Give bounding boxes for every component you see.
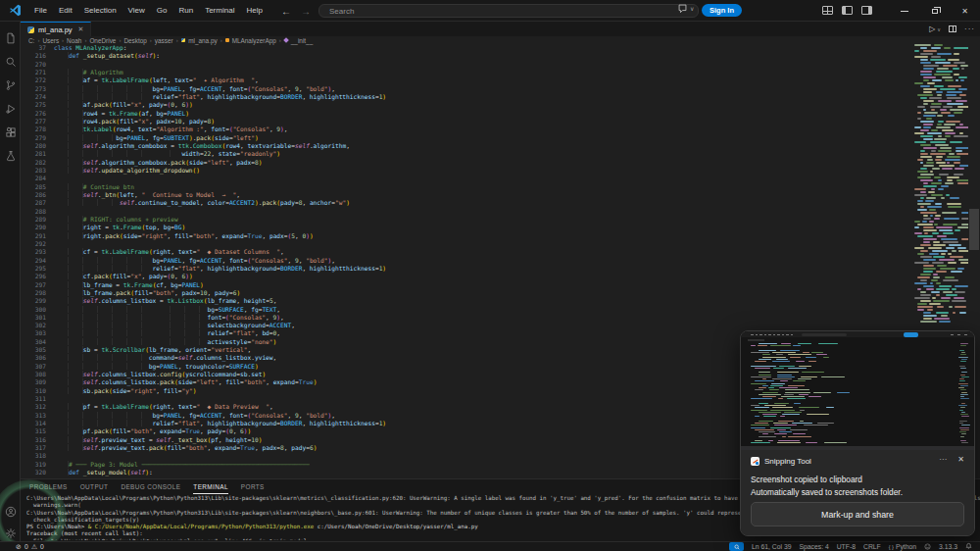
copilot-menu[interactable]: ∨ xyxy=(677,3,694,14)
minimap-line xyxy=(957,268,964,270)
menu-help[interactable]: Help xyxy=(240,0,268,22)
token: height xyxy=(244,297,266,304)
restore-button[interactable] xyxy=(919,0,950,22)
eol-sequence[interactable]: CRLF xyxy=(863,543,881,550)
markup-share-button[interactable]: Mark-up and share xyxy=(751,502,964,526)
screenshot-thumbnail[interactable] xyxy=(741,331,974,450)
source-control-icon[interactable] xyxy=(0,75,21,96)
toggle-secondary-sidebar-icon[interactable] xyxy=(861,6,872,15)
menu-terminal[interactable]: Terminal xyxy=(199,0,240,22)
sign-in-button[interactable]: Sign In xyxy=(702,4,742,17)
snipping-tool-toast[interactable]: Snipping Tool ··· ✕ Screenshot copied to… xyxy=(740,330,975,536)
notification-close-icon[interactable]: ✕ xyxy=(957,455,964,464)
minimap-line xyxy=(957,182,968,184)
command-center-search[interactable]: Search xyxy=(318,4,699,18)
thumbnail-code-line xyxy=(759,375,771,376)
run-debug-icon[interactable] xyxy=(0,98,21,120)
search-badge[interactable] xyxy=(729,542,744,551)
tab-close-icon[interactable]: ✕ xyxy=(78,25,84,33)
breadcrumb[interactable]: C:›Users›Noah›OneDrive›Desktop›yasser›ml… xyxy=(21,36,980,44)
breadcrumb-item[interactable]: Noah xyxy=(67,37,81,44)
thumbnail-code-line xyxy=(799,407,819,408)
code-line: 295 relief="flat", highlightbackground=B… xyxy=(21,265,914,273)
panel-tab-debug-console[interactable]: DEBUG CONSOLE xyxy=(121,481,180,494)
breadcrumb-item[interactable]: Users xyxy=(42,37,59,44)
token: , xyxy=(284,125,288,132)
python-version[interactable]: 3.13.3 xyxy=(939,543,957,550)
code-text: self._btn(left, " Continue to Model → ", xyxy=(54,191,240,199)
back-icon[interactable]: ← xyxy=(281,6,291,17)
accounts-icon[interactable] xyxy=(0,501,21,523)
thumbnail-code-line xyxy=(762,396,776,397)
menu-view[interactable]: View xyxy=(122,0,151,22)
language-mode[interactable]: { } Python xyxy=(889,543,916,550)
close-button[interactable]: ✕ xyxy=(950,0,980,22)
encoding[interactable]: UTF-8 xyxy=(837,543,856,550)
panel-tab-problems[interactable]: PROBLEMS xyxy=(29,481,68,494)
token: : xyxy=(149,469,153,476)
run-python-file-icon[interactable]: ▷ xyxy=(929,25,935,33)
token: ) xyxy=(236,289,240,296)
indentation[interactable]: Spaces: 4 xyxy=(799,543,828,550)
toggle-sidebar-icon[interactable] xyxy=(842,6,853,15)
search-icon[interactable] xyxy=(0,51,21,73)
line-number: 271 xyxy=(26,69,46,76)
menu-go[interactable]: Go xyxy=(151,0,173,22)
minimize-button[interactable] xyxy=(889,0,919,22)
token: "right" xyxy=(141,232,167,239)
panel-tab-output[interactable]: OUTPUT xyxy=(80,481,109,494)
extensions-icon[interactable] xyxy=(0,122,21,143)
explorer-icon[interactable] xyxy=(0,27,21,49)
breadcrumb-item[interactable]: __init__ xyxy=(291,37,313,44)
token: self xyxy=(138,52,153,59)
token: right xyxy=(153,248,172,255)
testing-icon[interactable] xyxy=(0,145,21,167)
scrollbar-thumb[interactable] xyxy=(969,209,979,250)
token: ) xyxy=(314,378,318,385)
more-actions-icon[interactable]: ··· xyxy=(964,25,975,33)
token: Combobox xyxy=(193,142,222,149)
thumbnail-code-line xyxy=(823,357,829,358)
thumbnail-code-line xyxy=(751,345,756,346)
token: state xyxy=(219,150,237,157)
menu-selection[interactable]: Selection xyxy=(78,0,122,22)
menu-run[interactable]: Run xyxy=(172,0,199,22)
notification-more-icon[interactable]: ··· xyxy=(939,455,947,464)
breadcrumb-item[interactable]: yasser xyxy=(155,37,173,44)
breadcrumb-item[interactable]: MLAnalyzerApp xyxy=(232,37,276,44)
token: padx xyxy=(262,444,276,451)
breadcrumb-separator: › xyxy=(220,37,222,43)
indent-guides xyxy=(54,427,83,434)
indent-guides xyxy=(54,232,83,239)
thumbnail-code-line xyxy=(774,425,797,426)
token: text xyxy=(178,248,193,255)
panel-tab-terminal[interactable]: TERMINAL xyxy=(193,481,228,494)
minimap-line xyxy=(914,50,919,52)
token: ) xyxy=(189,101,193,108)
notifications-bell-icon[interactable] xyxy=(965,542,972,551)
indent-guides xyxy=(54,338,207,345)
token: relief xyxy=(153,265,174,272)
line-number: 289 xyxy=(26,216,46,224)
thumbnail-minimap-line xyxy=(959,366,965,367)
breadcrumb-item[interactable]: C: xyxy=(28,37,34,44)
token: row4 xyxy=(225,142,240,149)
run-dropdown-icon[interactable]: ∨ xyxy=(937,26,941,32)
token: , xyxy=(273,354,277,361)
cursor-position[interactable]: Ln 61, Col 39 xyxy=(752,543,791,550)
menu-edit[interactable]: Edit xyxy=(53,0,78,22)
problems-status[interactable]: ⊘ 0 ⚠ 0 xyxy=(16,543,44,551)
tab-ml-ana[interactable]: ml_ana.py ✕ xyxy=(21,22,91,36)
panel-tab-ports[interactable]: PORTS xyxy=(241,481,265,494)
minimap-line xyxy=(961,238,968,240)
feedback-smiley-icon[interactable] xyxy=(924,543,931,551)
breadcrumb-item[interactable]: ml_ana.py xyxy=(188,37,218,44)
menu-file[interactable]: File xyxy=(28,0,53,22)
minimap-line xyxy=(934,176,941,178)
forward-icon[interactable]: → xyxy=(301,6,311,17)
breadcrumb-item[interactable]: Desktop xyxy=(123,37,146,44)
breadcrumb-item[interactable]: OneDrive xyxy=(89,37,116,44)
indent-guides xyxy=(54,183,83,190)
customize-layout-icon[interactable] xyxy=(822,6,833,15)
split-editor-icon[interactable] xyxy=(949,25,956,32)
